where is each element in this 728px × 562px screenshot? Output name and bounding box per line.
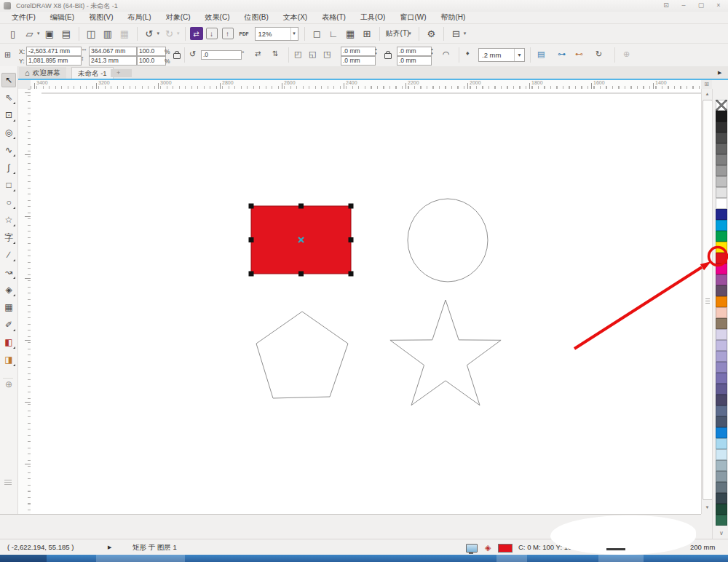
circle-shape[interactable] (408, 199, 488, 282)
palette-swatch-16[interactable] (716, 274, 727, 285)
show-grid-icon[interactable]: ▦ (343, 26, 358, 41)
palette-swatch-18[interactable] (716, 296, 727, 307)
new-tab-button[interactable]: + (111, 69, 132, 77)
palette-swatch-26[interactable] (716, 384, 727, 395)
corner-spinner-icons-2[interactable]: ▴▾ (429, 47, 435, 55)
palette-swatch-7[interactable] (716, 176, 727, 187)
toolbox-grip[interactable] (4, 480, 12, 486)
palette-swatch-17[interactable] (716, 285, 727, 296)
chamfered-corner-icon[interactable]: ◳ (323, 50, 331, 59)
tab-document[interactable]: 未命名 -1 (71, 67, 114, 79)
chevron-down-icon[interactable]: ▾ (37, 31, 40, 36)
envelope-tool[interactable]: ◈ (1, 282, 16, 297)
palette-swatch-4[interactable] (716, 143, 727, 154)
corner-radius-tl-field[interactable]: .0 mm (341, 47, 376, 56)
zoom-level-combo[interactable]: 12%▾ (255, 27, 298, 41)
transparency-tool[interactable]: ▦ (1, 300, 16, 314)
palette-swatch-15[interactable] (716, 264, 727, 274)
artistic-media-tool[interactable]: ∫ (1, 160, 16, 175)
dimension-tool[interactable]: ∕ (1, 248, 16, 262)
print-icon[interactable]: ▤ (59, 26, 74, 41)
corner-radius-br-field[interactable]: .0 mm (397, 56, 432, 66)
restore-button[interactable]: ▢ (695, 1, 708, 10)
interactive-fill-tool[interactable]: ◧ (1, 335, 16, 349)
menu-tools[interactable]: 工具(O) (353, 12, 392, 23)
text-tool[interactable]: 字 (1, 230, 16, 245)
scalloped-corner-icon[interactable]: ◱ (309, 50, 316, 59)
menu-file[interactable]: 文件(F) (4, 12, 43, 23)
online-search-icon[interactable]: ⇄ (190, 27, 203, 40)
duplicate-icon[interactable]: ▥ (100, 26, 116, 41)
palette-scroll-down-icon[interactable]: ∨ (716, 530, 727, 537)
tab-scroll-icon[interactable]: ▶ (718, 70, 721, 76)
color-proof-icon[interactable] (466, 544, 478, 553)
palette-no-color-swatch[interactable] (716, 100, 727, 111)
mirror-horizontal-icon[interactable]: ⇄ (255, 50, 261, 58)
crop-tool[interactable]: ⊡ (1, 108, 16, 122)
palette-swatch-13[interactable] (716, 242, 727, 253)
options-icon[interactable]: ⚙ (424, 26, 439, 41)
scroll-up-icon[interactable]: ▲ (703, 90, 712, 99)
chevron-down-icon[interactable]: ▾ (290, 28, 298, 40)
menu-effects[interactable]: 效果(C) (198, 12, 237, 23)
palette-swatch-21[interactable] (716, 329, 727, 340)
palette-swatch-11[interactable] (716, 220, 727, 231)
freehand-tool[interactable]: ∿ (1, 143, 16, 157)
scale-y-field[interactable]: 100.0 (137, 56, 166, 66)
palette-swatch-5[interactable] (716, 154, 727, 165)
minimize-button[interactable]: – (677, 1, 690, 10)
palette-swatch-23[interactable] (716, 351, 727, 362)
palette-swatch-38[interactable] (716, 515, 727, 526)
guidelines-icon[interactable]: ⊞ (360, 26, 375, 41)
palette-swatch-3[interactable] (716, 132, 727, 143)
palette-swatch-25[interactable] (716, 373, 727, 384)
eyedropper-tool[interactable]: ✐ (1, 317, 16, 332)
palette-swatch-22[interactable] (716, 340, 727, 351)
undo-icon[interactable]: ↺ (142, 26, 157, 41)
ellipse-tool[interactable]: ○ (1, 195, 16, 210)
palette-swatch-1[interactable] (716, 111, 727, 122)
corner-spinner-icons[interactable]: ▴▾ (373, 47, 379, 55)
rotation-field[interactable]: .0 (201, 50, 242, 60)
mirror-vertical-icon[interactable]: ⇅ (272, 50, 278, 58)
pentagon-shape[interactable] (256, 312, 348, 398)
to-front-icon[interactable]: ⊶ (558, 50, 566, 59)
palette-swatch-30[interactable] (716, 427, 727, 438)
menu-bitmaps[interactable]: 位图(B) (237, 12, 275, 23)
menu-help[interactable]: 帮助(H) (434, 12, 473, 23)
y-position-field[interactable]: 1,081.895 mm (26, 56, 82, 66)
corner-radius-tr-field[interactable]: .0 mm (397, 47, 432, 56)
palette-swatch-20[interactable] (716, 318, 727, 329)
palette-swatch-27[interactable] (716, 395, 727, 405)
shape-tool[interactable]: ⇖ (1, 90, 16, 105)
palette-swatch-31[interactable] (716, 438, 727, 449)
palette-swatch-10[interactable] (716, 209, 727, 220)
palette-swatch-37[interactable] (716, 504, 727, 515)
application-launcher-icon[interactable]: ⊟ (448, 26, 464, 41)
smart-fill-tool[interactable]: ◨ (1, 352, 16, 367)
lock-ratio-icon[interactable] (173, 53, 181, 59)
copy-icon[interactable]: ◫ (84, 26, 99, 41)
save-icon[interactable]: ▣ (42, 26, 58, 41)
palette-swatch-34[interactable] (716, 471, 727, 482)
to-back-icon[interactable]: ⊷ (575, 50, 583, 59)
palette-swatch-12[interactable] (716, 231, 727, 242)
palette-swatch-35[interactable] (716, 482, 727, 493)
snap-dropdown[interactable]: 贴齐(T)▾ (384, 28, 415, 39)
new-document-icon[interactable]: ▯ (5, 26, 20, 41)
zoom-tool[interactable]: ◎ (1, 125, 16, 140)
scroll-down-icon[interactable]: ▼ (703, 503, 712, 512)
palette-swatch-2[interactable] (716, 122, 727, 132)
menu-text[interactable]: 文本(X) (276, 12, 314, 23)
fillet-chamfer-icon[interactable]: ◠ (443, 50, 450, 59)
vertical-scrollbar[interactable]: ▲ ▼ (701, 89, 713, 514)
chevron-down-icon[interactable]: ▾ (157, 31, 160, 36)
corner-lock-icon[interactable] (384, 53, 392, 59)
add-tools-button[interactable]: ⊕ (1, 377, 16, 392)
palette-swatch-33[interactable] (716, 460, 727, 471)
close-button[interactable]: × (712, 1, 725, 10)
status-flyout-icon[interactable]: ▶ (108, 545, 111, 550)
palette-swatch-6[interactable] (716, 165, 727, 176)
chevron-down-icon[interactable]: ▾ (464, 31, 467, 36)
rectangle-tool[interactable]: □ (1, 178, 16, 192)
